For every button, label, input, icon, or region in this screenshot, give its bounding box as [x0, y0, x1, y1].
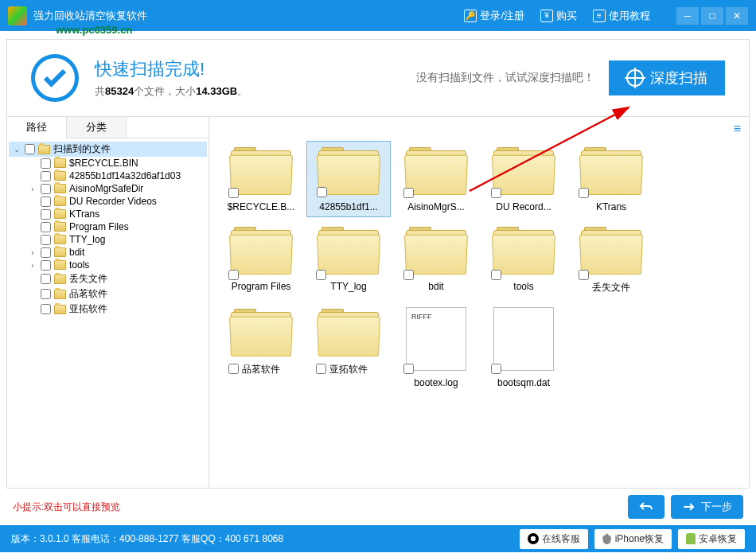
file-checkbox[interactable] [316, 270, 326, 280]
file-checkbox[interactable] [403, 270, 414, 280]
folder-item[interactable]: bdit [394, 220, 478, 299]
folder-icon [318, 307, 379, 356]
folder-icon [54, 184, 66, 193]
folder-icon [406, 146, 466, 195]
folder-item[interactable]: 亚拓软件 [306, 302, 391, 393]
close-button[interactable]: ✕ [726, 7, 748, 25]
folder-icon [493, 225, 554, 275]
folder-item[interactable]: tools [481, 220, 566, 299]
collapse-icon[interactable]: ⌄ [12, 145, 21, 154]
file-checkbox[interactable] [491, 364, 501, 374]
expand-icon[interactable]: › [28, 248, 37, 257]
folder-item[interactable]: 丢失文件 [569, 220, 653, 299]
deep-scan-button[interactable]: 深度扫描 [609, 60, 725, 95]
file-label: AisinoMgrS... [407, 201, 464, 212]
file-item[interactable]: RIFFFbootex.log [394, 302, 478, 393]
tree-checkbox[interactable] [25, 144, 35, 154]
scan-banner: 快速扫描完成! 共85324个文件，大小14.33GB。 没有扫描到文件，试试深… [6, 39, 750, 116]
folder-icon [493, 146, 554, 195]
target-icon [626, 69, 644, 87]
folder-item[interactable]: 42855b1df1... [306, 141, 391, 217]
next-button[interactable]: 下一步 [671, 495, 743, 519]
view-toggle-button[interactable]: ≡ [734, 122, 741, 136]
tree-checkbox[interactable] [41, 247, 51, 258]
tab-path[interactable]: 路径 [7, 117, 67, 138]
folder-icon [54, 171, 66, 181]
scan-title: 快速扫描完成! [95, 57, 247, 81]
app-icon [8, 6, 27, 25]
minimize-button[interactable]: ─ [676, 7, 699, 25]
tree-item[interactable]: 丢失文件 [25, 271, 207, 286]
folder-item[interactable]: KTrans [569, 141, 653, 217]
login-button[interactable]: 🔑 登录/注册 [464, 9, 524, 23]
file-checkbox[interactable] [579, 188, 589, 198]
hint-text: 小提示:双击可以直接预览 [13, 501, 120, 514]
tree-checkbox[interactable] [41, 171, 51, 181]
tree-label: DU Recorder Videos [69, 196, 157, 207]
folder-item[interactable]: Program Files [219, 220, 303, 299]
tree-checkbox[interactable] [41, 289, 51, 299]
tree-item[interactable]: Program Files [25, 220, 207, 233]
back-button[interactable] [628, 495, 664, 519]
arrow-right-icon [682, 502, 696, 512]
tree-checkbox[interactable] [41, 158, 51, 169]
android-recover-button[interactable]: 安卓恢复 [678, 529, 745, 549]
tree-item[interactable]: 42855b1df14a32d6af1d03 [25, 169, 207, 182]
tree-item[interactable]: 亚拓软件 [25, 302, 207, 317]
folder-icon [38, 145, 50, 154]
tree-item[interactable]: DU Recorder Videos [25, 195, 207, 208]
tree-checkbox[interactable] [41, 235, 51, 245]
folder-item[interactable]: DU Record... [481, 141, 566, 217]
folder-item[interactable]: AisinoMgrS... [394, 141, 478, 217]
iphone-recover-button[interactable]: iPhone恢复 [594, 529, 672, 549]
file-label: bootex.log [414, 377, 458, 388]
file-checkbox[interactable] [491, 188, 501, 198]
folder-icon [318, 225, 379, 275]
tree-item[interactable]: KTrans [25, 208, 207, 220]
online-service-button[interactable]: 在线客服 [520, 529, 588, 549]
file-checkbox[interactable] [316, 364, 326, 374]
tree-checkbox[interactable] [41, 222, 51, 232]
file-checkbox[interactable] [403, 188, 414, 198]
file-checkbox[interactable] [403, 364, 414, 374]
tutorial-button[interactable]: ≡ 使用教程 [593, 9, 650, 23]
tree-checkbox[interactable] [41, 304, 51, 314]
tree-item[interactable]: ›tools [25, 259, 207, 271]
tree-item[interactable]: $RECYCLE.BIN [25, 157, 207, 169]
tree-checkbox[interactable] [41, 184, 51, 194]
file-checkbox[interactable] [228, 188, 239, 198]
file-checkbox[interactable] [228, 364, 239, 374]
folder-item[interactable]: $RECYCLE.B... [219, 141, 303, 217]
tree-item[interactable]: 品茗软件 [25, 286, 207, 302]
folder-icon [231, 225, 291, 275]
buy-button[interactable]: ¥ 购买 [540, 9, 577, 23]
tree-item[interactable]: ›AisinoMgrSafeDir [25, 182, 207, 195]
tree-checkbox[interactable] [41, 197, 51, 207]
undo-icon [639, 501, 653, 512]
tab-category[interactable]: 分类 [67, 117, 127, 138]
file-item[interactable]: bootsqm.dat [481, 302, 566, 393]
tree-checkbox[interactable] [41, 274, 51, 284]
file-checkbox[interactable] [228, 270, 239, 280]
tree-checkbox[interactable] [41, 260, 51, 271]
file-checkbox[interactable] [317, 187, 327, 197]
file-checkbox[interactable] [491, 270, 501, 280]
expand-icon[interactable]: › [28, 185, 37, 193]
folder-icon [54, 235, 66, 244]
qq-icon [528, 533, 539, 544]
tree-checkbox[interactable] [41, 209, 51, 220]
file-label: TTY_log [330, 281, 366, 292]
footer: 版本：3.0.1.0 客服电话：400-888-1277 客服QQ：400 67… [0, 525, 756, 552]
expand-icon[interactable]: › [28, 261, 37, 270]
folder-item[interactable]: 品茗软件 [219, 302, 303, 393]
folder-item[interactable]: TTY_log [306, 220, 391, 299]
tree-item[interactable]: TTY_log [25, 233, 207, 246]
tree-item[interactable]: ›bdit [25, 246, 207, 259]
folder-icon [54, 260, 66, 270]
maximize-button[interactable]: □ [701, 7, 723, 25]
tree-label: tools [69, 259, 89, 271]
file-checkbox[interactable] [579, 270, 589, 280]
tree-root[interactable]: ⌄ 扫描到的文件 [9, 142, 207, 157]
file-label: 丢失文件 [592, 281, 630, 294]
tree-label: 42855b1df14a32d6af1d03 [69, 170, 181, 181]
